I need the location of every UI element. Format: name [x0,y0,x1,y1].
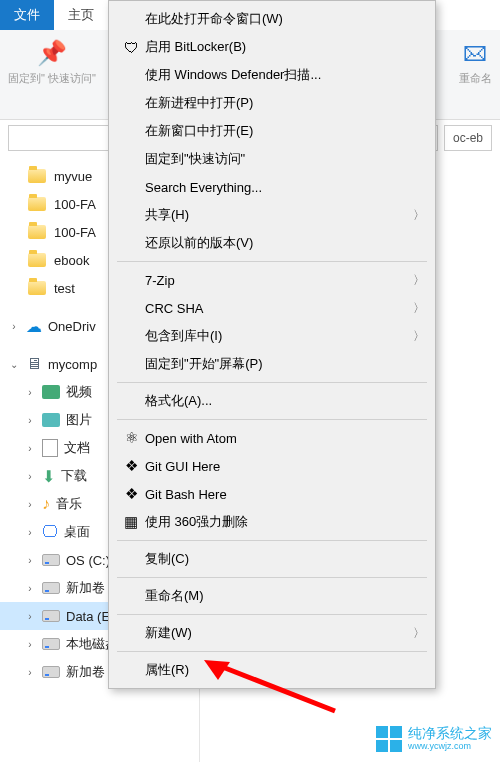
drive-icon [42,610,60,622]
chevron-right-icon: › [24,667,36,678]
lib-label: 文档 [64,439,90,457]
context-menu-item[interactable]: 固定到"开始"屏幕(P) [109,350,435,378]
context-menu-item[interactable]: 重命名(M) [109,582,435,610]
context-menu-item-label: CRC SHA [145,301,204,316]
shield-icon: 🛡 [117,39,145,56]
context-menu-item-label: Git GUI Here [145,459,220,474]
context-menu-item-label: 复制(C) [145,550,189,568]
chevron-right-icon: › [24,583,36,594]
context-menu-item-label: 启用 BitLocker(B) [145,38,246,56]
chevron-right-icon: 〉 [413,207,425,224]
context-menu-item[interactable]: 固定到"快速访问" [109,145,435,173]
context-menu-item[interactable]: CRC SHA〉 [109,294,435,322]
context-menu-item[interactable]: 7-Zip〉 [109,266,435,294]
ribbon-pin-group[interactable]: 📌 固定到" 快速访问" [8,36,96,113]
watermark: 纯净系统之家 www.ycwjz.com [376,726,492,752]
downloads-icon: ⬇ [42,467,55,486]
this-pc-label: mycomp [48,357,97,372]
context-menu-item[interactable]: ⚛Open with Atom [109,424,435,452]
chevron-right-icon: 〉 [413,272,425,289]
folder-icon [28,253,46,267]
context-menu-item-label: 包含到库中(I) [145,327,222,345]
quick-item-label: ebook [54,253,89,268]
context-menu-item[interactable]: 使用 Windows Defender扫描... [109,61,435,89]
desktop-icon: 🖵 [42,523,58,541]
quick-item-label: 100-FA [54,225,96,240]
atom-icon: ⚛ [117,429,145,447]
drive-icon [42,638,60,650]
360-icon: ▦ [117,513,145,531]
chevron-right-icon: 〉 [413,328,425,345]
context-menu-item-label: 共享(H) [145,206,189,224]
context-menu-item[interactable]: 包含到库中(I)〉 [109,322,435,350]
tab-home[interactable]: 主页 [54,0,108,30]
context-menu-item[interactable]: 共享(H)〉 [109,201,435,229]
git-icon: ❖ [117,485,145,503]
chevron-right-icon: › [24,387,36,398]
menu-separator [117,261,427,262]
context-menu-item-label: 新建(W) [145,624,192,642]
menu-separator [117,651,427,652]
context-menu-item-label: 格式化(A)... [145,392,212,410]
chevron-right-icon: 〉 [413,300,425,317]
context-menu-item-label: 在新进程中打开(P) [145,94,253,112]
ribbon-rename-label: 重命名 [459,72,492,85]
context-menu-item[interactable]: Search Everything... [109,173,435,201]
chevron-right-icon: › [24,611,36,622]
git-icon: ❖ [117,457,145,475]
context-menu-item[interactable]: 🛡启用 BitLocker(B) [109,33,435,61]
context-menu-item[interactable]: 在新窗口中打开(E) [109,117,435,145]
lib-label: 视频 [66,383,92,401]
drive-label: 新加卷 [66,579,105,597]
ribbon-pin-label: 固定到" 快速访问" [8,72,96,85]
address-chip[interactable]: oc-eb [444,125,492,151]
drive-icon [42,554,60,566]
rename-icon: 🖂 [458,36,492,70]
watermark-logo-icon [376,726,402,752]
lib-label: 图片 [66,411,92,429]
context-menu-item[interactable]: 还原以前的版本(V) [109,229,435,257]
quick-item-label: myvue [54,169,92,184]
drive-icon [42,582,60,594]
context-menu-item[interactable]: 在此处打开命令窗口(W) [109,5,435,33]
lib-label: 桌面 [64,523,90,541]
drive-icon [42,666,60,678]
quick-item-label: test [54,281,75,296]
context-menu-item[interactable]: 新建(W)〉 [109,619,435,647]
context-menu-item-label: 还原以前的版本(V) [145,234,253,252]
context-menu-item-label: 在新窗口中打开(E) [145,122,253,140]
context-menu-item[interactable]: 复制(C) [109,545,435,573]
ribbon-rename-group[interactable]: 🖂 重命名 [458,36,492,113]
music-icon: ♪ [42,495,50,513]
menu-separator [117,382,427,383]
context-menu-item[interactable]: ❖Git Bash Here [109,480,435,508]
context-menu-item[interactable]: 在新进程中打开(P) [109,89,435,117]
chevron-down-icon: ⌄ [8,359,20,370]
context-menu-item[interactable]: ▦使用 360强力删除 [109,508,435,536]
chevron-right-icon: › [24,443,36,454]
context-menu-item[interactable]: 属性(R) [109,656,435,684]
context-menu-item-label: 在此处打开命令窗口(W) [145,10,283,28]
chevron-right-icon: › [24,471,36,482]
context-menu-item[interactable]: ❖Git GUI Here [109,452,435,480]
chevron-right-icon: › [24,639,36,650]
context-menu-item-label: 7-Zip [145,273,175,288]
context-menu-item-label: Open with Atom [145,431,237,446]
folder-icon [28,281,46,295]
context-menu-item-label: 使用 360强力删除 [145,513,248,531]
chevron-right-icon: › [8,321,20,332]
drive-label: OS (C:) [66,553,110,568]
menu-separator [117,540,427,541]
quick-item-label: 100-FA [54,197,96,212]
chevron-right-icon: › [24,415,36,426]
context-menu-item-label: 属性(R) [145,661,189,679]
cloud-icon: ☁ [26,317,42,336]
context-menu-item-label: Search Everything... [145,180,262,195]
pictures-icon [42,413,60,427]
chevron-right-icon: › [24,499,36,510]
context-menu-item[interactable]: 格式化(A)... [109,387,435,415]
chevron-right-icon: › [24,555,36,566]
menu-separator [117,614,427,615]
chevron-right-icon: › [24,527,36,538]
file-tab[interactable]: 文件 [0,0,54,30]
